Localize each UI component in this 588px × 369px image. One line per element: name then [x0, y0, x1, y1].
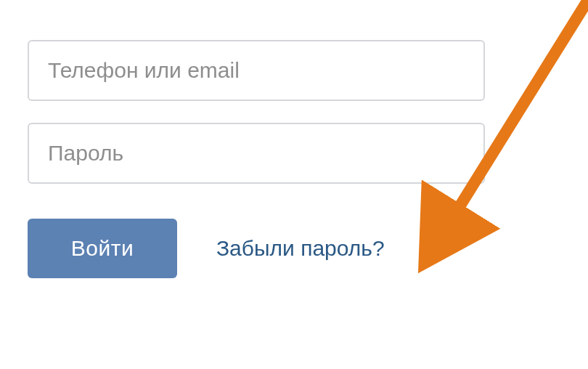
password-wrapper — [28, 123, 485, 184]
login-form: Войти Забыли пароль? — [28, 40, 485, 278]
action-row: Войти Забыли пароль? — [28, 219, 485, 278]
password-input[interactable] — [28, 123, 485, 184]
username-input[interactable] — [28, 40, 485, 101]
login-button[interactable]: Войти — [28, 219, 177, 278]
forgot-password-link[interactable]: Забыли пароль? — [216, 236, 385, 261]
